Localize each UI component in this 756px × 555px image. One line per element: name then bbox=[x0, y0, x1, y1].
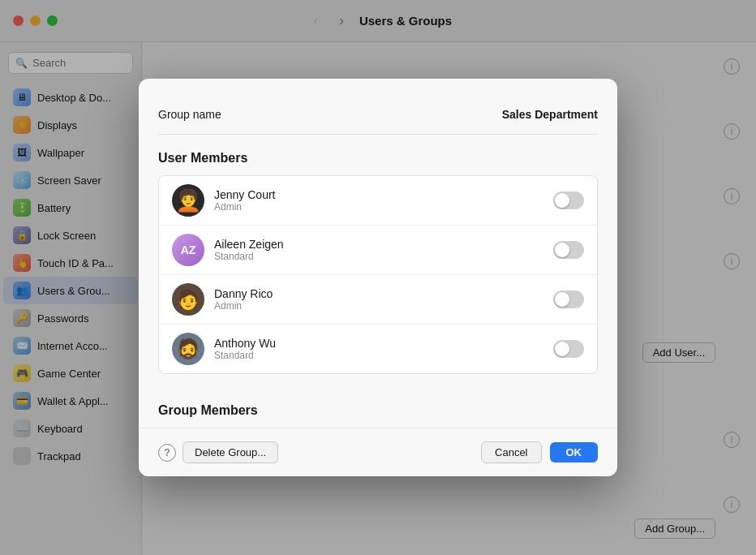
modal-body: User Members 🧑‍🦱 Jenny Court Admin bbox=[139, 151, 617, 418]
user-name-danny: Danny Rico bbox=[214, 287, 543, 300]
user-info-jenny: Jenny Court Admin bbox=[214, 188, 543, 213]
help-button[interactable]: ? bbox=[158, 444, 176, 462]
user-name-anthony: Anthony Wu bbox=[214, 337, 543, 350]
user-members-title: User Members bbox=[158, 151, 598, 166]
modal-overlay: Group name Sales Department User Members… bbox=[0, 0, 756, 555]
toggle-anthony[interactable] bbox=[553, 340, 584, 358]
toggle-knob-anthony bbox=[555, 342, 569, 356]
modal-dialog: Group name Sales Department User Members… bbox=[139, 79, 617, 476]
user-role-aileen: Standard bbox=[214, 251, 543, 262]
group-name-row: Group name Sales Department bbox=[158, 95, 598, 135]
user-info-anthony: Anthony Wu Standard bbox=[214, 337, 543, 361]
toggle-aileen[interactable] bbox=[553, 241, 584, 259]
group-name-value: Sales Department bbox=[502, 108, 598, 121]
main-window: ‹ › Users & Groups 🔍 🖥 Desktop & Do... ☀… bbox=[0, 0, 756, 555]
modal-header: Group name Sales Department bbox=[139, 79, 617, 135]
avatar-jenny: 🧑‍🦱 bbox=[172, 184, 204, 217]
user-item-aileen: AZ Aileen Zeigen Standard bbox=[159, 226, 597, 275]
avatar-anthony: 🧔 bbox=[172, 333, 204, 365]
avatar-aileen: AZ bbox=[172, 234, 204, 266]
user-role-danny: Admin bbox=[214, 300, 543, 312]
toggle-jenny[interactable] bbox=[553, 191, 584, 209]
toggle-knob-aileen bbox=[555, 243, 569, 257]
toggle-danny[interactable] bbox=[553, 290, 584, 308]
group-members-title: Group Members bbox=[158, 403, 598, 418]
modal-footer: ? Delete Group... Cancel OK bbox=[139, 428, 617, 476]
user-name-jenny: Jenny Court bbox=[214, 188, 543, 201]
group-members-section: Group Members bbox=[158, 374, 598, 418]
cancel-button[interactable]: Cancel bbox=[481, 441, 541, 463]
user-info-danny: Danny Rico Admin bbox=[214, 287, 543, 312]
user-item-jenny: 🧑‍🦱 Jenny Court Admin bbox=[159, 176, 597, 226]
delete-group-button[interactable]: Delete Group... bbox=[183, 441, 278, 463]
user-info-aileen: Aileen Zeigen Standard bbox=[214, 238, 543, 262]
user-role-jenny: Admin bbox=[214, 201, 543, 213]
footer-right: Cancel OK bbox=[481, 441, 598, 463]
toggle-knob-jenny bbox=[555, 193, 569, 208]
user-item-anthony: 🧔 Anthony Wu Standard bbox=[159, 325, 597, 373]
user-list: 🧑‍🦱 Jenny Court Admin AZ bbox=[158, 175, 598, 374]
toggle-knob-danny bbox=[555, 292, 569, 307]
avatar-danny: 🧑 bbox=[172, 283, 204, 316]
avatar-initials-aileen: AZ bbox=[181, 243, 196, 256]
ok-button[interactable]: OK bbox=[550, 442, 599, 462]
user-name-aileen: Aileen Zeigen bbox=[214, 238, 543, 251]
user-role-anthony: Standard bbox=[214, 350, 543, 361]
group-name-label: Group name bbox=[158, 108, 221, 121]
footer-left: ? Delete Group... bbox=[158, 441, 278, 463]
user-item-danny: 🧑 Danny Rico Admin bbox=[159, 275, 597, 325]
